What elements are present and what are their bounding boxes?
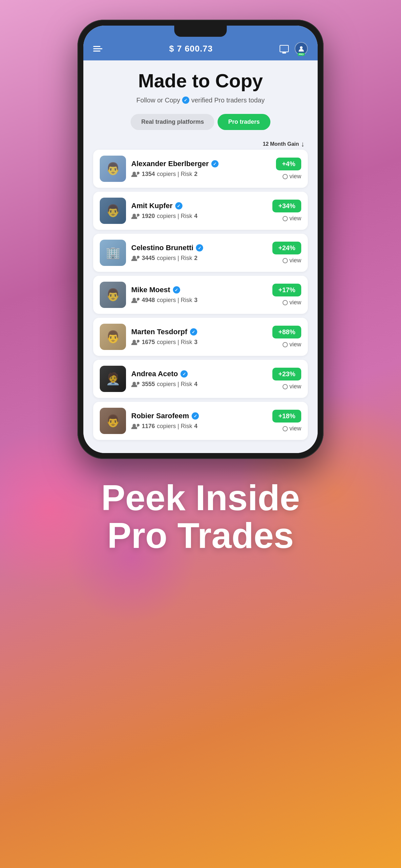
trader-info: Marten Tesdorpf ✓ 1675 copie — [131, 328, 267, 346]
trader-right: +23% view — [272, 368, 301, 390]
bottom-section: Peek Inside Pro Trades — [75, 479, 326, 555]
phone-screen: $ 7 600.73 Made to Copy Follow or Copy — [83, 26, 318, 453]
verified-icon: ✓ — [211, 160, 219, 167]
subtitle-pre: Follow or Copy — [136, 96, 180, 104]
trader-name: Andrea Aceto — [131, 370, 178, 378]
table-row[interactable]: 🏢 Celestino Brunetti ✓ — [93, 234, 308, 272]
status-bar-left — [93, 46, 102, 52]
copiers-icon — [131, 381, 140, 388]
avatar: 👨 — [100, 324, 126, 350]
trader-right: +88% view — [272, 326, 301, 348]
view-link[interactable]: view — [282, 425, 301, 432]
avatar: 👨 — [100, 198, 126, 224]
trader-name: Celestino Brunetti — [131, 244, 193, 252]
verified-icon: ✓ — [175, 202, 182, 210]
table-row[interactable]: 👨 Mike Moest ✓ — [93, 276, 308, 314]
arrow-down-icon: ↓ — [301, 140, 304, 148]
trader-name-row: Amit Kupfer ✓ — [131, 202, 267, 210]
trader-stats: 3445 copiers | Risk 2 — [131, 255, 267, 262]
verified-icon: ✓ — [190, 328, 197, 336]
trader-name-row: Robier Sarofeem ✓ — [131, 412, 267, 420]
gain-badge: +23% — [272, 368, 301, 380]
trader-right: +34% view — [272, 199, 301, 222]
trader-stats: 1176 copiers | Risk 4 — [131, 423, 267, 430]
view-link[interactable]: view — [282, 383, 301, 390]
gain-label-text: 12 Month Gain — [263, 141, 299, 147]
trader-info: Andrea Aceto ✓ 3555 copiers — [131, 370, 267, 388]
trader-info: Robier Sarofeem ✓ 1176 copie — [131, 412, 267, 430]
copiers-icon — [131, 297, 140, 304]
verified-icon: ✓ — [173, 286, 180, 293]
peek-line-2: Pro Trades — [101, 517, 300, 555]
search-icon — [282, 258, 288, 263]
table-row[interactable]: 👨 Marten Tesdorpf ✓ — [93, 318, 308, 356]
table-row[interactable]: 👨 Robier Sarofeem ✓ — [93, 402, 308, 440]
hero-title: Made to Copy — [93, 70, 308, 91]
verified-icon: ✓ — [180, 370, 188, 377]
peek-line-1: Peek Inside — [101, 479, 300, 517]
view-link[interactable]: view — [282, 257, 301, 264]
view-link[interactable]: view — [282, 173, 301, 180]
trader-stats: 4948 copiers | Risk 3 — [131, 297, 267, 304]
trader-name-row: Marten Tesdorpf ✓ — [131, 328, 267, 336]
toggle-buttons: Real trading platforms Pro traders — [93, 114, 308, 130]
phone-notch — [174, 26, 227, 37]
avatar[interactable] — [295, 42, 308, 55]
trader-info: Alexander Eberlberger ✓ 1354 — [131, 160, 271, 178]
trader-info: Amit Kupfer ✓ 1920 copiers | — [131, 202, 267, 220]
traders-list: 👨 Alexander Eberlberger ✓ — [93, 150, 308, 440]
avatar: 👨 — [100, 408, 126, 434]
table-row[interactable]: 🧑‍💼 Andrea Aceto ✓ — [93, 360, 308, 398]
svg-point-2 — [137, 172, 139, 174]
avatar: 👨 — [100, 156, 126, 182]
trader-name: Alexander Eberlberger — [131, 160, 209, 168]
view-link[interactable]: view — [282, 215, 301, 222]
real-platforms-button[interactable]: Real trading platforms — [131, 114, 214, 130]
balance-display: $ 7 600.73 — [169, 44, 213, 54]
trader-stats: 3555 copiers | Risk 4 — [131, 381, 267, 388]
trader-name-row: Mike Moest ✓ — [131, 286, 267, 294]
copiers-icon — [131, 213, 140, 220]
gain-badge: +4% — [276, 158, 301, 170]
trader-stats: 1675 copiers | Risk 3 — [131, 339, 267, 346]
gain-badge: +18% — [272, 410, 301, 423]
menu-icon[interactable] — [93, 46, 102, 52]
svg-point-0 — [300, 46, 303, 49]
trader-name-row: Andrea Aceto ✓ — [131, 370, 267, 378]
avatar: 🧑‍💼 — [100, 366, 126, 392]
pro-traders-button[interactable]: Pro traders — [218, 114, 270, 130]
avatar: 🏢 — [100, 240, 126, 266]
trader-right: +4% view — [276, 158, 301, 180]
verified-badge-hero: ✓ — [182, 96, 189, 104]
view-link[interactable]: view — [282, 341, 301, 348]
gain-badge: +88% — [272, 326, 301, 338]
trader-name-row: Alexander Eberlberger ✓ — [131, 160, 271, 168]
trader-right: +24% view — [272, 242, 301, 264]
search-icon — [282, 384, 288, 389]
svg-point-14 — [137, 424, 139, 427]
trader-stats: 1920 copiers | Risk 4 — [131, 213, 267, 220]
table-row[interactable]: 👨 Alexander Eberlberger ✓ — [93, 150, 308, 188]
view-link[interactable]: view — [282, 299, 301, 306]
svg-point-10 — [137, 340, 139, 342]
trader-right: +17% view — [272, 284, 301, 306]
trader-name: Marten Tesdorpf — [131, 328, 188, 336]
phone-wrapper: $ 7 600.73 Made to Copy Follow or Copy — [77, 20, 324, 459]
trader-name: Amit Kupfer — [131, 202, 173, 210]
trader-stats: 1354 copiers | Risk 2 — [131, 171, 271, 178]
trader-name: Mike Moest — [131, 286, 170, 294]
trader-name-row: Celestino Brunetti ✓ — [131, 244, 267, 252]
verified-icon: ✓ — [196, 244, 203, 251]
svg-point-4 — [137, 214, 139, 216]
copiers-icon — [131, 423, 140, 430]
screen-icon — [279, 45, 289, 52]
svg-point-12 — [137, 382, 139, 384]
subtitle-post: verified Pro traders today — [191, 96, 265, 104]
trader-info: Celestino Brunetti ✓ 3445 co — [131, 244, 267, 262]
gain-badge: +34% — [272, 199, 301, 212]
gain-badge: +24% — [272, 242, 301, 254]
search-icon — [282, 216, 288, 221]
trader-right: +18% view — [272, 410, 301, 432]
trader-info: Mike Moest ✓ 4948 copiers | — [131, 286, 267, 304]
table-row[interactable]: 👨 Amit Kupfer ✓ — [93, 192, 308, 230]
